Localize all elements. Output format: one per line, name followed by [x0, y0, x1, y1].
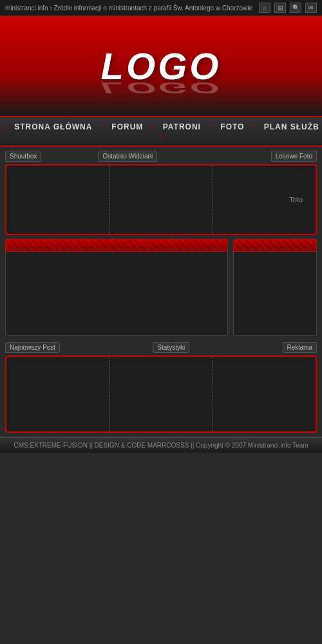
bottom-divider-2: [213, 357, 213, 431]
toto-text: Toto: [289, 196, 303, 204]
nav-item-home[interactable]: Strona Główna: [14, 122, 92, 131]
nav-sep-2: :: [149, 122, 158, 131]
reklama-label: Reklama: [283, 342, 317, 353]
nav-dot-right: :.: [156, 131, 166, 140]
nav-text: .: Strona Główna : Forum : Patroni : Fot…: [3, 122, 319, 140]
mid-right-body: [233, 252, 317, 336]
navigation: .: Strona Główna : Forum : Patroni : Fot…: [0, 116, 322, 147]
nav-sep-4: :: [250, 122, 259, 131]
spacer: [0, 453, 322, 569]
url-text: ministranci.info › Źródło informacji o m…: [5, 5, 252, 12]
nav-item-plan[interactable]: Plan Służb: [264, 122, 319, 131]
footer-text: CMS:EXTREME-FUSION || DESIGN & CODE MARR…: [14, 442, 308, 449]
home-icon[interactable]: ⌂: [259, 3, 270, 13]
nav-item-patroni[interactable]: Patroni: [163, 122, 201, 131]
search-icon[interactable]: 🔍: [290, 3, 301, 13]
nav-item-foto[interactable]: Foto: [220, 122, 244, 131]
logo-text: LOGO: [101, 44, 222, 88]
nav-sep-3: :: [206, 122, 215, 131]
top-bar: ministranci.info › Źródło informacji o m…: [0, 0, 322, 16]
mail-icon[interactable]: ✉: [305, 3, 317, 13]
three-col-header: Shoutbox Ostatnio Widziani Losowe Foto: [0, 147, 322, 162]
bottom-col-header: Najnowszy Post Statystyki Reklama: [0, 338, 322, 353]
mid-right-header: [233, 239, 317, 252]
mid-left-panel: [5, 239, 228, 336]
top-bar-icons: ⌂ ▤ 🔍 ✉: [259, 3, 317, 13]
ostatnio-label: Ostatnio Widziani: [98, 151, 157, 162]
three-col-box: Toto: [5, 164, 317, 235]
shoutbox-label: Shoutbox: [5, 151, 41, 162]
nav-sep-1: :: [97, 122, 106, 131]
bottom-col-box: [5, 355, 317, 433]
pages-icon[interactable]: ▤: [274, 3, 286, 13]
mid-left-header: [5, 239, 228, 252]
bottom-divider-1: [109, 357, 110, 431]
footer: CMS:EXTREME-FUSION || DESIGN & CODE MARR…: [0, 437, 322, 453]
mid-left-body: [5, 252, 228, 336]
logo-area: LOGO LOGO: [0, 16, 322, 116]
nav-item-forum[interactable]: Forum: [111, 122, 143, 131]
losowe-label: Losowe Foto: [271, 151, 317, 162]
najnowszy-label: Najnowszy Post: [5, 342, 60, 353]
mid-right-panel: [233, 239, 317, 336]
nav-dot-left: .:: [3, 122, 12, 131]
col-divider-2: [213, 166, 213, 234]
col-divider-1: [109, 166, 110, 234]
statystyki-label: Statystyki: [153, 342, 189, 353]
mid-section: [5, 239, 317, 336]
